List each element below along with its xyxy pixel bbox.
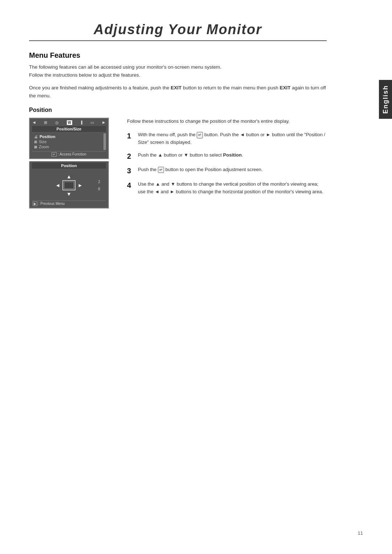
osd-crosshair: ▲ ◄ ► ▼: [55, 174, 83, 197]
osd-title: Position/Size: [32, 126, 106, 132]
osd-bottom-title: Position: [32, 163, 106, 169]
language-tab: English: [379, 80, 392, 119]
up-arrow: ▲: [66, 174, 72, 179]
osd-menu-items: 🖨 Position ⊞ Size ⊠ Zoom: [32, 133, 106, 150]
follow-text: Follow these instructions to change the …: [127, 118, 327, 125]
position-icon: 🖨: [34, 135, 38, 139]
enter-button-symbol-1: ↵: [197, 132, 203, 138]
step-3: 3 Push the ↵ button to open the Position…: [127, 166, 327, 175]
step-2-text: Push the ▲ button or ▼ button to select …: [138, 151, 243, 159]
right-arrow: ►: [78, 182, 83, 188]
step-number-1: 1: [127, 131, 134, 141]
position-heading: Position: [29, 107, 327, 113]
down-arrow: ▼: [66, 191, 72, 197]
instructions-column: Follow these instructions to change the …: [127, 118, 327, 201]
osd-top-panel: ◄ ⊞ ◎ W ▐ ▭ ► Position/Size 🖨 Posit: [29, 118, 109, 159]
osd-icon-5: ▭: [90, 120, 94, 125]
monitor-icon: [62, 180, 75, 190]
osd-position-area: ▲ ◄ ► ▼ 2: [32, 171, 106, 199]
step-4-text: Use the ▲ and ▼ buttons to change the ve…: [138, 181, 327, 196]
osd-icon-4: ▐: [80, 121, 82, 124]
step-number-4: 4: [127, 181, 134, 190]
osd-icon-2: ◎: [55, 120, 59, 125]
osd-icon-3: W: [67, 120, 72, 125]
osd-item-size: ⊞ Size: [34, 139, 104, 144]
step-4: 4 Use the ▲ and ▼ buttons to change the …: [127, 181, 327, 196]
step-1-text: With the menu off, push the ↵ button. Pu…: [138, 131, 327, 146]
osd-bottom-panel: Position ▲ ◄ ►: [29, 161, 109, 209]
menu-features-heading: Menu Features: [29, 51, 327, 60]
osd-item-position: 🖨 Position: [34, 134, 104, 139]
arrow-left-icon: ◄: [32, 120, 36, 125]
step-3-text: Push the ↵ button to open the Position a…: [138, 166, 263, 174]
osd-icon-row: ◄ ⊞ ◎ W ▐ ▭ ►: [32, 120, 106, 125]
step-1: 1 With the menu off, push the ↵ button. …: [127, 131, 327, 146]
arrow-right-icon: ►: [102, 120, 106, 125]
exit-instruction: Once you are finished making adjustments…: [29, 84, 327, 100]
size-icon: ⊞: [34, 140, 37, 144]
osd-prev-menu: ▶ : Previous Menu: [32, 201, 106, 206]
intro-text-1: The following features can all be access…: [29, 63, 327, 79]
osd-middle-row: ◄ ►: [55, 180, 83, 190]
osd-item-zoom: ⊠ Zoom: [34, 144, 104, 149]
step-2: 2 Push the ▲ button or ▼ button to selec…: [127, 151, 327, 161]
position-section: Position ◄ ⊞ ◎ W ▐ ▭ ► Position/Size: [29, 107, 327, 209]
page-title: Adjusting Your Monitor: [29, 22, 327, 41]
step-number-3: 3: [127, 166, 134, 175]
left-arrow: ◄: [55, 182, 60, 188]
osd-access-label: ↵ : Access Function: [32, 151, 106, 157]
osd-icon-1: ⊞: [44, 120, 47, 125]
menu-features-section: Menu Features The following features can…: [29, 51, 327, 100]
page-number: 11: [358, 530, 363, 536]
zoom-icon: ⊠: [34, 145, 37, 149]
osd-mockup: ◄ ⊞ ◎ W ▐ ▭ ► Position/Size 🖨 Posit: [29, 118, 116, 209]
osd-values: 2 8: [98, 179, 100, 191]
step-number-2: 2: [127, 151, 134, 161]
enter-button-symbol-2: ↵: [158, 167, 164, 173]
